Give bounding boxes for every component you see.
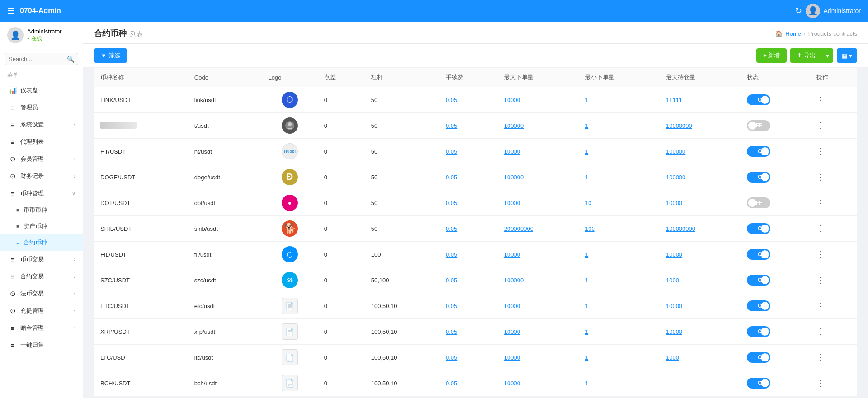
status-toggle[interactable]: ON	[747, 146, 770, 157]
menu-icon[interactable]: ☰	[7, 6, 14, 16]
action-menu-icon[interactable]: ⋮	[816, 379, 825, 388]
sidebar-item-finance[interactable]: ⊙ 财务记录 ›	[0, 168, 83, 185]
max-hold-link[interactable]: 10000	[666, 303, 682, 309]
fee-link[interactable]: 0.05	[446, 251, 457, 258]
min-order-link[interactable]: 1	[585, 174, 588, 181]
max-hold-link[interactable]: 1000	[666, 354, 679, 361]
action-menu-icon[interactable]: ⋮	[816, 250, 825, 259]
status-toggle[interactable]: ON	[747, 223, 770, 234]
min-order-link[interactable]: 1	[585, 328, 588, 335]
sidebar-item-settings[interactable]: ≡ 系统设置 ›	[0, 116, 83, 133]
sidebar-item-one-key[interactable]: ≡ 一键归集	[0, 337, 83, 354]
sidebar-item-dashboard[interactable]: 📊 仪表盘	[0, 82, 83, 99]
new-button[interactable]: + 新增	[756, 48, 787, 63]
sidebar-item-fiat-trade[interactable]: ⊙ 法币交易 ›	[0, 285, 83, 302]
min-order-link[interactable]: 1	[585, 380, 588, 387]
min-order-link[interactable]: 1	[585, 303, 588, 309]
action-menu-icon[interactable]: ⋮	[816, 121, 825, 130]
status-toggle[interactable]: ON	[747, 249, 770, 260]
min-order-link[interactable]: 1	[585, 354, 588, 361]
min-order-link[interactable]: 1	[585, 122, 588, 129]
action-menu-icon[interactable]: ⋮	[816, 173, 825, 182]
fee-link[interactable]: 0.05	[446, 328, 457, 335]
max-order-link[interactable]: 100000	[504, 277, 524, 284]
min-order-link[interactable]: 1	[585, 97, 588, 103]
max-order-link[interactable]: 100000	[504, 122, 524, 129]
fee-link[interactable]: 0.05	[446, 97, 457, 103]
export-button[interactable]: ⬆ 导出	[790, 48, 822, 63]
filter-button[interactable]: ▼ 筛选	[94, 48, 127, 63]
max-hold-link[interactable]: 10000	[666, 328, 682, 335]
max-hold-link[interactable]: 100000000	[666, 225, 695, 232]
max-order-link[interactable]: 100000	[504, 174, 524, 181]
fee-link[interactable]: 0.05	[446, 174, 457, 181]
max-order-link[interactable]: 10000	[504, 148, 520, 155]
action-menu-icon[interactable]: ⋮	[816, 198, 825, 207]
sidebar-item-recharge[interactable]: ⊙ 充提管理 ›	[0, 302, 83, 319]
fee-link[interactable]: 0.05	[446, 380, 457, 387]
fee-link[interactable]: 0.05	[446, 148, 457, 155]
export-dropdown-button[interactable]: ▾	[822, 48, 833, 63]
sidebar-item-bonus[interactable]: ≡ 赠金管理 ›	[0, 319, 83, 337]
status-toggle[interactable]: ON	[747, 326, 770, 337]
fee-link[interactable]: 0.05	[446, 122, 457, 129]
status-toggle[interactable]: ON	[747, 352, 770, 363]
status-toggle[interactable]: ON	[747, 275, 770, 286]
max-order-link[interactable]: 10000	[504, 303, 520, 309]
cell-action: ⋮	[810, 319, 857, 345]
max-hold-link[interactable]: 100000	[666, 148, 685, 155]
max-hold-link[interactable]: 10000	[666, 251, 682, 258]
min-order-link[interactable]: 10	[585, 200, 591, 206]
fee-link[interactable]: 0.05	[446, 303, 457, 309]
min-order-link[interactable]: 1	[585, 148, 588, 155]
status-toggle[interactable]: OFF	[747, 197, 770, 208]
action-menu-icon[interactable]: ⋮	[816, 301, 825, 310]
max-order-link[interactable]: 200000000	[504, 225, 533, 232]
fee-link[interactable]: 0.05	[446, 354, 457, 361]
search-icon[interactable]: 🔍	[67, 56, 75, 63]
max-order-link[interactable]: 10000	[504, 328, 520, 335]
view-toggle-button[interactable]: ▦ ▾	[837, 48, 857, 63]
sidebar-item-coin-trade[interactable]: ≡ 币币交易 ›	[0, 251, 83, 268]
max-hold-link[interactable]: 100000	[666, 174, 685, 181]
min-order-link[interactable]: 100	[585, 225, 595, 232]
navbar-username: Administrator	[824, 7, 861, 14]
cell-max-hold: 10000	[660, 190, 741, 216]
max-hold-link[interactable]: 1000	[666, 277, 679, 284]
cell-action: ⋮	[810, 216, 857, 242]
status-toggle[interactable]: ON	[747, 172, 770, 183]
sidebar-sub-item-asset-currency[interactable]: ≡ 资产币种	[0, 218, 83, 234]
status-toggle[interactable]: ON	[747, 300, 770, 311]
max-order-link[interactable]: 10000	[504, 200, 520, 206]
action-menu-icon[interactable]: ⋮	[816, 327, 825, 336]
fee-link[interactable]: 0.05	[446, 225, 457, 232]
status-toggle[interactable]: OFF	[747, 120, 770, 131]
sidebar-sub-item-coin-currency[interactable]: ≡ 币币币种	[0, 202, 83, 218]
sidebar-item-contract-trade[interactable]: ≡ 合约交易 ›	[0, 268, 83, 285]
status-toggle[interactable]: ON	[747, 94, 770, 105]
sidebar-item-agents[interactable]: ≡ 代理列表	[0, 133, 83, 150]
sidebar-item-members[interactable]: ⊙ 会员管理 ›	[0, 150, 83, 168]
action-menu-icon[interactable]: ⋮	[816, 224, 825, 233]
sidebar-item-admin[interactable]: ≡ 管理员	[0, 99, 83, 116]
max-order-link[interactable]: 10000	[504, 97, 520, 103]
action-menu-icon[interactable]: ⋮	[816, 353, 825, 362]
fee-link[interactable]: 0.05	[446, 200, 457, 206]
status-toggle[interactable]: ON	[747, 378, 770, 389]
max-hold-link[interactable]: 10000	[666, 200, 682, 206]
max-hold-link[interactable]: 11111	[666, 97, 682, 103]
sidebar-item-currency[interactable]: ≡ 币种管理 ∨	[0, 185, 83, 202]
refresh-icon[interactable]: ↻	[795, 6, 802, 16]
max-order-link[interactable]: 10000	[504, 251, 520, 258]
min-order-link[interactable]: 1	[585, 277, 588, 284]
max-order-link[interactable]: 10000	[504, 380, 520, 387]
action-menu-icon[interactable]: ⋮	[816, 95, 825, 104]
sidebar-sub-item-contract-currency[interactable]: ≡ 合约币种	[0, 234, 83, 251]
breadcrumb-home[interactable]: Home	[785, 30, 801, 37]
max-order-link[interactable]: 10000	[504, 354, 520, 361]
max-hold-link[interactable]: 10000000	[666, 122, 692, 129]
fee-link[interactable]: 0.05	[446, 277, 457, 284]
min-order-link[interactable]: 1	[585, 251, 588, 258]
action-menu-icon[interactable]: ⋮	[816, 147, 825, 156]
action-menu-icon[interactable]: ⋮	[816, 276, 825, 285]
